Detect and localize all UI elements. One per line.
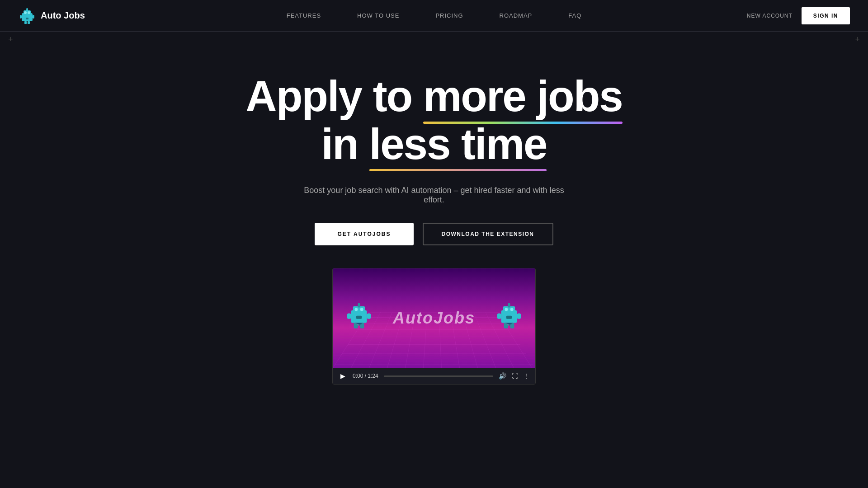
video-player: AutoJobs [332, 268, 536, 385]
logo-icon [18, 7, 36, 25]
svg-point-14 [360, 308, 363, 311]
svg-point-27 [505, 308, 508, 311]
video-thumbnail[interactable]: AutoJobs [333, 268, 535, 368]
video-controls: ▶ 0:00 / 1:24 🔊 ⛶ ⋮ [333, 368, 535, 384]
svg-point-3 [28, 11, 30, 14]
video-content: AutoJobs [333, 302, 535, 334]
nav-link-pricing[interactable]: PRICING [435, 12, 463, 19]
svg-rect-16 [347, 314, 351, 319]
hero-highlight-less-time: less time [369, 120, 547, 168]
svg-point-35 [508, 303, 510, 305]
nav-link-roadmap[interactable]: ROADMAP [500, 12, 533, 19]
svg-rect-8 [28, 21, 30, 24]
svg-point-21 [358, 303, 360, 305]
corner-plus-left: + [8, 35, 13, 43]
time-display: 0:00 / 1:24 [353, 373, 378, 379]
fullscreen-button[interactable]: ⛶ [512, 372, 518, 380]
hero-title-line1: Apply to more jobs [245, 72, 622, 120]
download-extension-button[interactable]: DOWNLOAD THE EXTENSION [423, 223, 553, 245]
hero-buttons: GET AUTOJOBS DOWNLOAD THE EXTENSION [315, 223, 553, 245]
svg-point-13 [354, 308, 358, 311]
svg-rect-17 [367, 314, 371, 319]
nav-links: FEATURES HOW TO USE PRICING ROADMAP FAQ [287, 12, 582, 19]
nav-link-faq[interactable]: FAQ [568, 12, 581, 19]
svg-point-2 [24, 11, 27, 14]
svg-point-28 [510, 308, 514, 311]
navigation: Auto Jobs FEATURES HOW TO USE PRICING RO… [0, 0, 868, 32]
sign-in-button[interactable]: SIGN IN [802, 7, 850, 24]
logo-text: Auto Jobs [41, 10, 85, 21]
svg-rect-7 [24, 21, 27, 24]
nav-link-features[interactable]: FEATURES [287, 12, 321, 19]
svg-rect-15 [356, 316, 362, 319]
video-brand-text: AutoJobs [393, 309, 475, 328]
hero-title-line2: in less time [321, 120, 547, 168]
svg-rect-31 [517, 314, 521, 319]
logo-link[interactable]: Auto Jobs [18, 7, 85, 25]
hero-title: Apply to more jobs in less time [245, 72, 622, 168]
hero-section: Apply to more jobs in less time Boost yo… [0, 32, 868, 385]
svg-rect-29 [506, 316, 512, 319]
more-options-button[interactable]: ⋮ [524, 372, 530, 380]
hero-title-plain-2: in [321, 120, 369, 168]
volume-button[interactable]: 🔊 [499, 372, 506, 380]
get-autojobs-button[interactable]: GET AUTOJOBS [315, 223, 413, 245]
svg-point-10 [26, 8, 28, 10]
svg-rect-5 [20, 15, 22, 19]
corner-plus-right: + [855, 35, 860, 43]
robot-left-icon [343, 302, 375, 334]
hero-subtitle: Boost your job search with AI automation… [298, 186, 570, 205]
hero-title-plain-1: Apply to [245, 72, 423, 120]
play-button[interactable]: ▶ [338, 371, 347, 380]
new-account-button[interactable]: NEW ACCOUNT [747, 13, 793, 19]
hero-highlight-more-jobs: more jobs [423, 72, 623, 120]
progress-bar[interactable] [384, 375, 493, 377]
svg-rect-30 [497, 314, 501, 319]
robot-right-icon [493, 302, 525, 334]
nav-link-how-to-use[interactable]: HOW TO USE [357, 12, 399, 19]
svg-rect-6 [33, 15, 34, 19]
nav-actions: NEW ACCOUNT SIGN IN [747, 7, 850, 24]
svg-rect-4 [26, 18, 28, 19]
